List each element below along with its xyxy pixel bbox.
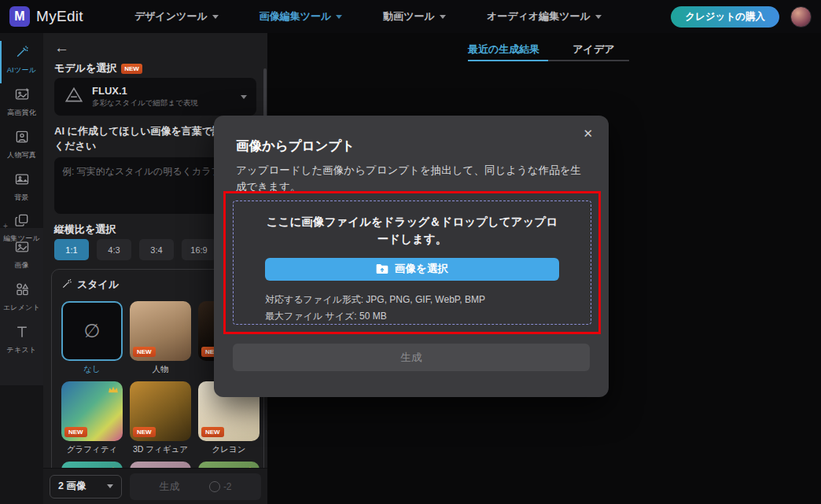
buy-credits-button[interactable]: クレジットの購入 [671,6,779,28]
image-count-dropdown[interactable]: 2 画像 [50,475,122,498]
new-badge: NEW [133,427,156,437]
image-count-value: 2 画像 [58,480,86,493]
prompt-from-image-modal: ✕ 画像からプロンプト アップロードした画像からプロンプトを抽出して、同じような… [214,116,609,397]
model-name: FLUX.1 [92,85,198,97]
overlap-squares-icon [14,212,30,231]
aspect-ratio-label: 縦横比を選択 [54,223,116,237]
nav-label: 画像編集ツール [260,9,332,24]
background-image-icon [14,171,30,190]
ratio-4-3-button[interactable]: 4:3 [97,239,131,260]
tab-underline-active [468,60,548,61]
brand-logo[interactable]: M MyEdit [9,6,83,27]
sidebar-item-image[interactable]: 画像 [0,239,43,270]
folder-upload-icon [376,263,388,274]
ratio-1-1-button[interactable]: 1:1 [54,239,89,260]
style-item-person[interactable]: NEW 人物 [130,301,191,375]
ratio-3-4-button[interactable]: 3:4 [139,239,174,260]
portrait-photo-icon [14,129,30,148]
nav-audio-edit-tools[interactable]: オーディオ編集ツール [487,9,602,24]
premium-crown-icon [107,384,120,395]
style-thumb-3d-figure: NEW [130,381,191,441]
nav-design-tools[interactable]: デザインツール [134,9,219,24]
user-avatar[interactable] [790,6,812,28]
sidebar-item-portrait[interactable]: 人物写真 [0,129,43,160]
main-nav: デザインツール 画像編集ツール 動画ツール オーディオ編集ツール [134,9,602,24]
sidebar-item-enhance[interactable]: 高画質化 [0,86,43,118]
new-badge: NEW [121,64,142,74]
select-image-label: 画像を選択 [395,262,448,276]
nav-label: デザインツール [134,9,208,24]
aspect-ratio-group: 1:1 4:3 3:4 16:9 [54,239,216,260]
nav-label: オーディオ編集ツール [487,9,591,24]
image-icon [14,239,30,258]
style-name: 3D フィギュア [133,444,188,455]
red-highlight-border: ここに画像ファイルをドラッグ＆ドロップしてアップロードします。 画像を選択 対応… [223,191,601,334]
ratio-16-9-button[interactable]: 16:9 [182,239,216,260]
flux-model-icon [64,85,84,109]
sidebar-item-background[interactable]: 背景 [0,171,43,203]
style-item-3d-figure[interactable]: NEW 3D フィギュア [130,381,191,455]
style-wand-icon [61,278,72,292]
chevron-down-icon [595,15,602,19]
modal-title: 画像からプロンプト [236,138,587,155]
modal-generate-button-disabled[interactable]: 生成 [233,344,590,371]
header-right: クレジットの購入 [671,6,812,28]
sidebar-label: テキスト [6,345,36,355]
model-section-label: モデルを選択 [54,61,116,75]
dropzone-instruction: ここに画像ファイルをドラッグ＆ドロップしてアップロードします。 [265,214,559,248]
nav-video-tools[interactable]: 動画ツール [383,9,446,24]
generate-bar: 2 画像 生成 -2 [43,468,267,504]
magic-wand-icon [14,44,30,63]
sidebar-item-text[interactable]: テキスト [0,324,43,355]
style-thumb-graffiti: NEW [61,381,123,441]
none-slash-icon: ∅ [84,320,101,342]
brand-name: MyEdit [36,8,83,25]
new-badge: NEW [64,427,87,437]
chevron-down-icon [336,15,342,19]
sidebar-label: 人物写真 [7,150,36,160]
style-item-graffiti[interactable]: NEW グラフィティ [61,381,123,455]
supported-formats: 対応するファイル形式: JPG, PNG, GIF, WebP, BMP [265,292,559,307]
sidebar-item-ai-tools[interactable]: AIツール [0,44,43,75]
style-thumb-none: ∅ [61,301,123,361]
sidebar-label: AIツール [7,65,36,75]
nav-image-edit-tools[interactable]: 画像編集ツール [260,9,343,24]
left-icon-sidebar: AIツール 高画質化 人物写真 背景 編集ツール + [0,33,43,504]
new-badge: NEW [201,427,224,437]
file-requirements: 対応するファイル形式: JPG, PNG, GIF, WebP, BMP 最大フ… [265,292,559,324]
credit-cost: -2 [209,481,232,492]
sidebar-label: エレメント [3,303,41,313]
style-item-none[interactable]: ∅ なし [61,301,123,375]
generate-label: 生成 [159,480,179,494]
model-text: FLUX.1 多彩なスタイルで細部まで表現 [92,85,198,109]
myedit-app: M MyEdit デザインツール 画像編集ツール 動画ツール オーディオ編集ツー… [0,0,821,504]
model-select-dropdown[interactable]: FLUX.1 多彩なスタイルで細部まで表現 [54,78,256,116]
style-name: クレヨン [212,444,246,455]
chevron-down-icon [212,15,219,19]
sidebar-label: 画像 [14,260,29,270]
sidebar-label: 高画質化 [7,108,36,118]
shapes-icon [14,281,30,300]
style-name: 人物 [153,364,169,375]
new-badge: NEW [133,347,156,357]
nav-label: 動画ツール [383,9,435,24]
sidebar-plus-divider: + [3,222,8,230]
image-dropzone[interactable]: ここに画像ファイルをドラッグ＆ドロップしてアップロードします。 画像を選択 対応… [233,200,591,325]
sidebar-item-elements[interactable]: エレメント [0,281,43,313]
cost-value: -2 [223,481,232,492]
close-icon[interactable]: ✕ [583,127,593,141]
myedit-logo-icon: M [9,6,30,27]
select-image-button[interactable]: 画像を選択 [265,258,559,281]
back-arrow-icon[interactable]: ← [54,39,69,57]
coin-icon [209,481,220,492]
model-desc: 多彩なスタイルで細部まで表現 [92,98,198,109]
tab-underline [468,60,629,61]
style-name: なし [83,364,101,375]
image-enhance-icon [14,86,30,105]
generate-button-disabled[interactable]: 生成 -2 [130,473,261,500]
chevron-down-icon [241,95,247,99]
style-thumb-person: NEW [130,301,191,361]
model-section-header: モデルを選択 NEW [54,61,142,75]
max-file-size: 最大ファイル サイズ: 50 MB [265,308,559,324]
style-label: スタイル [77,278,119,292]
